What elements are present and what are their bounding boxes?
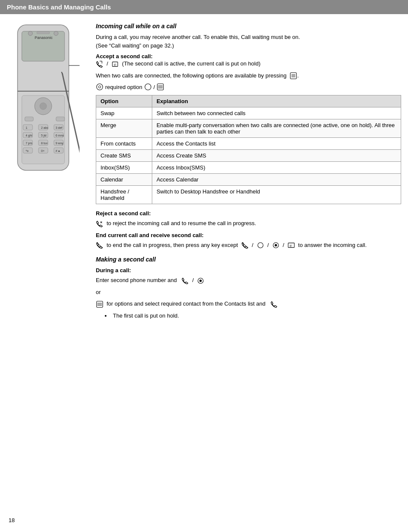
circle-end-icon	[272, 241, 280, 249]
svg-point-5	[54, 31, 58, 36]
header-bar: Phone Basics and Managing Calls	[0, 0, 408, 14]
end-call-text: to end the call in progress, then press …	[106, 242, 239, 248]
when-connected-text: When two calls are connected, the follow…	[96, 71, 401, 80]
svg-text:✆: ✆	[114, 62, 116, 66]
reject-label: Reject a second call:	[96, 210, 151, 217]
phone-answer-icon: ✆	[111, 60, 119, 68]
svg-text:✆: ✆	[289, 244, 292, 248]
making-second-call-title: Making a second call	[96, 256, 401, 263]
menu-small-icon	[157, 83, 164, 91]
svg-point-9	[40, 103, 47, 110]
explanation-cell: Access Calendar	[152, 174, 401, 186]
reject-desc: to reject the incoming call and to resum…	[96, 219, 401, 228]
svg-point-64	[200, 279, 202, 282]
nav-icon	[96, 83, 103, 91]
option-cell: Swap	[96, 107, 152, 119]
svg-text:5 jkl: 5 jkl	[41, 134, 47, 137]
enter-second-number: Enter second phone number and /	[96, 276, 401, 285]
svg-text:3 def: 3 def	[56, 126, 62, 129]
incoming-call-title: Incoming call while on a call	[96, 23, 401, 30]
bullet-first-call: The first call is put on hold.	[111, 312, 401, 320]
table-row: SwapSwitch between two connected calls	[96, 107, 401, 119]
option-cell: Handsfree / Handheld	[96, 186, 152, 204]
during-call-section: During a call:	[96, 267, 401, 273]
for-options-text: for options and select required contact …	[106, 300, 265, 307]
reject-end-icon: ✆	[287, 241, 295, 249]
during-call-label: During a call:	[96, 267, 131, 273]
reject-phone-icon	[96, 220, 103, 228]
incoming-call-body-text: During a call, you may receive another c…	[96, 34, 300, 49]
table-row: Inbox(SMS)Access Inbox(SMS)	[96, 162, 401, 174]
menu-icon	[290, 72, 297, 80]
required-option-text: required option	[105, 84, 142, 90]
option-cell: Calendar	[96, 174, 152, 186]
svg-rect-58	[257, 243, 263, 248]
end-call-section: End current call and receive second call…	[96, 232, 401, 238]
table-row: Create SMSAccess Create SMS	[96, 150, 401, 162]
svg-text:2 abc: 2 abc	[41, 126, 49, 129]
phone-image-container: Panasonic	[7, 23, 84, 320]
accept-section: Accept a second call: / ✆ (Th	[96, 53, 401, 68]
options-table: Option Explanation SwapSwitch between tw…	[96, 95, 401, 204]
nav-circle-icon	[144, 83, 152, 91]
call-icon-2	[181, 277, 189, 285]
svg-text:1: 1	[26, 126, 27, 129]
explanation-cell: Enable multi-party conversation when two…	[152, 119, 401, 138]
end-call-label: End current call and receive second call…	[96, 232, 204, 238]
svg-rect-12	[23, 125, 33, 130]
svg-text:*o: *o	[26, 149, 29, 152]
right-content: Incoming call while on a call During a c…	[92, 23, 401, 320]
center-btn-icon	[197, 277, 204, 285]
phone-call-icon	[96, 60, 103, 68]
table-row: MergeEnable multi-party conversation whe…	[96, 119, 401, 138]
svg-point-47	[97, 84, 103, 90]
required-option-row: required option /	[96, 83, 401, 91]
svg-rect-11	[56, 117, 65, 121]
option-cell: Inbox(SMS)	[96, 162, 152, 174]
svg-point-49	[145, 84, 151, 90]
contacts-icon	[96, 300, 103, 308]
svg-text:4 ghi: 4 ghi	[26, 134, 33, 137]
page-number: 18	[9, 517, 15, 523]
explanation-cell: Access Create SMS	[152, 150, 401, 162]
svg-text:Panasonic: Panasonic	[35, 36, 53, 40]
accept-desc-text: (The second call is active, the current …	[122, 60, 260, 67]
incoming-call-body: During a call, you may receive another c…	[96, 33, 401, 50]
call-icon-end	[270, 300, 278, 308]
end-call-answer-text: to answer the incoming call.	[298, 242, 367, 248]
end-call-icon	[96, 241, 103, 249]
svg-rect-4	[37, 32, 50, 34]
header-title: Phone Basics and Managing Calls	[7, 3, 111, 11]
col-option-header: Option	[96, 95, 152, 107]
phone-image: Panasonic	[7, 23, 80, 185]
reject-section: Reject a second call:	[96, 210, 401, 217]
slash-divider: /	[154, 84, 155, 90]
page-wrapper: Phone Basics and Managing Calls Panasoni…	[0, 0, 408, 532]
svg-text:0+: 0+	[41, 149, 44, 152]
svg-text:# ●: # ●	[56, 149, 60, 152]
svg-point-3	[28, 31, 33, 36]
svg-text:8 tuv: 8 tuv	[41, 142, 48, 145]
accept-desc-line: / ✆ (The second call is active, the curr…	[96, 59, 401, 68]
explanation-cell: Switch to Desktop Handsfree or Handheld	[152, 186, 401, 204]
svg-point-48	[98, 86, 101, 88]
option-cell: Create SMS	[96, 150, 152, 162]
main-content: Panasonic	[0, 14, 408, 328]
end-call-desc: to end the call in progress, then press …	[96, 241, 401, 250]
svg-point-60	[275, 244, 277, 247]
option-cell: Merge	[96, 119, 152, 138]
slash-phone-icon	[241, 241, 249, 249]
svg-text:6 mno: 6 mno	[56, 134, 64, 137]
explanation-cell: Switch between two connected calls	[152, 107, 401, 119]
svg-rect-10	[25, 117, 33, 121]
for-options-line: for options and select required contact …	[96, 300, 401, 308]
menu-end-icon	[257, 241, 264, 249]
table-row: From contactsAccess the Contacts list	[96, 138, 401, 150]
svg-text:9 wxy: 9 wxy	[56, 142, 63, 145]
table-row: CalendarAccess Calendar	[96, 174, 401, 186]
col-explanation-header: Explanation	[152, 95, 401, 107]
explanation-cell: Access Inbox(SMS)	[152, 162, 401, 174]
explanation-cell: Access the Contacts list	[152, 138, 401, 150]
reject-desc-text: to reject the incoming call and to resum…	[106, 220, 256, 226]
svg-text:7 prs: 7 prs	[26, 142, 33, 145]
